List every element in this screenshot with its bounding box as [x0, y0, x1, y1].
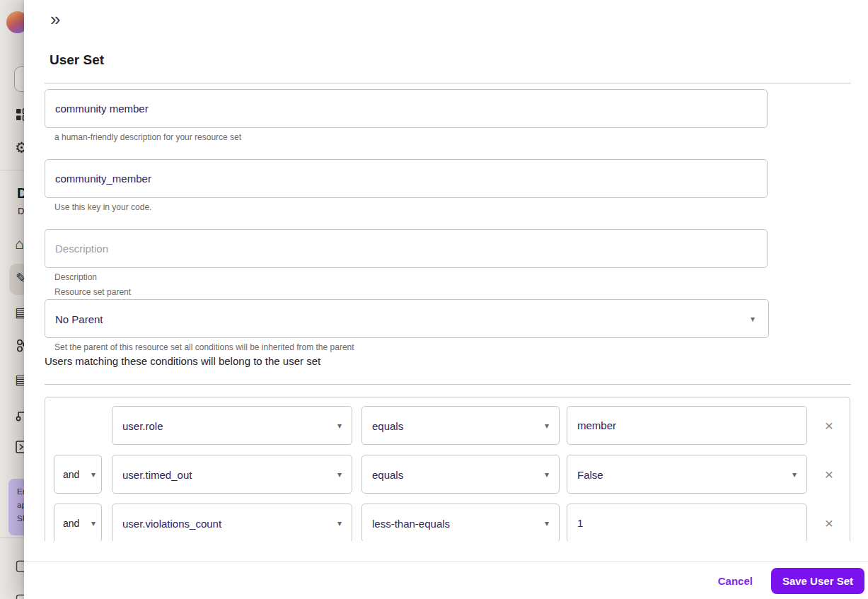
resource-set-parent-label: Resource set parent: [54, 287, 131, 297]
description-helper: Description: [54, 272, 97, 282]
parent-helper: Set the parent of this resource set all …: [54, 342, 354, 352]
chevron-down-icon: ▾: [545, 470, 549, 479]
value-field[interactable]: [567, 406, 807, 445]
chevron-down-icon: ▾: [545, 518, 549, 528]
collapse-drawer-icon[interactable]: »: [47, 9, 63, 29]
value-input[interactable]: [567, 407, 806, 444]
key-helper: Use this key in your code.: [54, 202, 151, 212]
remove-condition-button[interactable]: ×: [813, 455, 845, 494]
operator-select[interactable]: equals ▾: [361, 455, 560, 494]
conjunction-select-value: and: [63, 469, 79, 480]
condition-row: and ▾ user.timed_out ▾ equals ▾ False ▾ …: [45, 455, 850, 494]
remove-condition-button[interactable]: ×: [813, 504, 845, 541]
property-select-value: user.timed_out: [122, 468, 192, 480]
key-input[interactable]: [45, 160, 767, 197]
property-select[interactable]: user.violations_count ▾: [112, 504, 352, 541]
value-field[interactable]: [567, 504, 807, 541]
name-input[interactable]: [45, 90, 767, 127]
condition-row: and ▾ user.violations_count ▾ less-than-…: [45, 504, 850, 541]
drawer-footer: Cancel Save User Set: [24, 562, 868, 599]
chevron-down-icon: ▾: [91, 518, 96, 528]
operator-select[interactable]: less-than-equals ▾: [361, 504, 560, 541]
conjunction-select[interactable]: and ▾: [54, 504, 102, 541]
description-input[interactable]: [45, 230, 767, 267]
chevron-down-icon: ▾: [337, 421, 342, 431]
property-select[interactable]: user.role ▾: [112, 406, 352, 445]
operator-select-value: equals: [372, 468, 403, 480]
value-input[interactable]: [567, 504, 806, 541]
operator-select[interactable]: equals ▾: [361, 406, 560, 445]
operator-select-value: equals: [372, 419, 403, 431]
conjunction-select[interactable]: and ▾: [54, 455, 102, 494]
chevron-down-icon: ▾: [337, 470, 342, 479]
value-select-value: False: [577, 468, 603, 480]
parent-select-value: No Parent: [55, 313, 103, 325]
name-helper: a human-friendly description for your re…: [54, 132, 241, 142]
description-field[interactable]: [45, 229, 768, 268]
condition-row: user.role ▾ equals ▾ ×: [45, 406, 850, 445]
conjunction-select-value: and: [63, 518, 79, 529]
user-set-drawer: » User Set a human-friendly description …: [24, 0, 868, 599]
drawer-title: User Set: [50, 52, 104, 68]
divider: [45, 384, 851, 385]
chevron-down-icon: ▾: [337, 518, 342, 528]
property-select-value: user.role: [122, 419, 163, 431]
chevron-down-icon: ▾: [545, 421, 549, 431]
key-field[interactable]: [45, 159, 768, 198]
value-select[interactable]: False ▾: [567, 455, 807, 494]
conditions-group: user.role ▾ equals ▾ × and ▾ user.timed_…: [45, 397, 850, 541]
property-select[interactable]: user.timed_out ▾: [112, 455, 352, 494]
property-select-value: user.violations_count: [122, 517, 221, 529]
cancel-button[interactable]: Cancel: [710, 569, 761, 593]
parent-select[interactable]: No Parent ▾: [45, 299, 769, 338]
conditions-intro: Users matching these conditions will bel…: [45, 355, 320, 367]
save-user-set-button[interactable]: Save User Set: [771, 568, 864, 594]
chevron-down-icon: ▾: [91, 470, 96, 479]
workspace-sub-letter: D: [18, 206, 24, 216]
divider: [45, 83, 851, 83]
chevron-down-icon: ▾: [751, 314, 755, 324]
chevron-down-icon: ▾: [792, 470, 797, 479]
name-field[interactable]: [45, 89, 768, 128]
operator-select-value: less-than-equals: [372, 517, 450, 529]
remove-condition-button[interactable]: ×: [813, 406, 845, 445]
